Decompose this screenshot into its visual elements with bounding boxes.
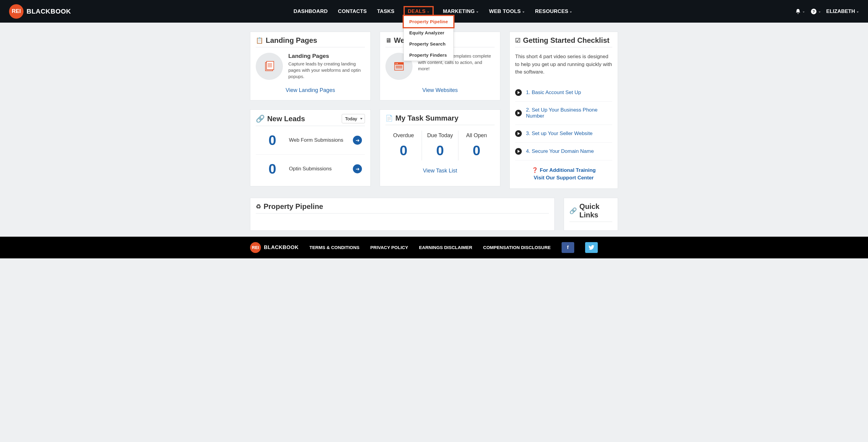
svg-text:?: ? bbox=[812, 9, 815, 13]
property-pipeline-card: ♻Property Pipeline bbox=[250, 198, 555, 231]
play-icon[interactable] bbox=[515, 130, 522, 137]
svg-point-10 bbox=[396, 63, 397, 64]
footer-earnings[interactable]: EARNINGS DISCLAIMER bbox=[419, 245, 472, 250]
chevron-down-icon: ⌄ bbox=[802, 9, 805, 13]
logo-badge: REI bbox=[9, 4, 24, 19]
lead-count: 0 bbox=[256, 132, 289, 148]
new-leads-card: 🔗New Leads Today 0 Web Form Submissions … bbox=[250, 109, 371, 186]
checklist-item: 3. Set up Your Seller Website bbox=[515, 125, 612, 143]
svg-rect-3 bbox=[267, 62, 274, 70]
top-nav: REI BLACKBOOK DASHBOARD CONTACTS TASKS D… bbox=[0, 0, 868, 23]
lead-row: 0 Optin Submissions ➜ bbox=[256, 155, 365, 183]
browser-icon: 🖥 bbox=[385, 37, 392, 44]
lead-label: Web Form Submissions bbox=[289, 137, 353, 144]
play-icon[interactable] bbox=[515, 89, 522, 96]
task-value: 0 bbox=[422, 142, 458, 159]
dropdown-property-finders[interactable]: Property Finders bbox=[404, 50, 453, 61]
footer-logo[interactable]: REI BLACKBOOK bbox=[250, 242, 299, 253]
checklist-item: 1. Basic Account Set Up bbox=[515, 84, 612, 102]
landing-desc: Capture leads by creating landing pages … bbox=[288, 61, 365, 80]
dropdown-equity-analyzer[interactable]: Equity Analyzer bbox=[404, 27, 453, 38]
play-icon[interactable] bbox=[515, 110, 522, 116]
task-value: 0 bbox=[459, 142, 495, 159]
topnav-right: ⌄ ?⌄ ELIZABETH⌄ bbox=[795, 8, 859, 15]
main-menu: DASHBOARD CONTACTS TASKS DEALS⌄ Property… bbox=[292, 6, 574, 17]
task-label: Due Today bbox=[422, 132, 458, 139]
footer-terms[interactable]: TERMS & CONDITIONS bbox=[309, 245, 360, 250]
clipboard-icon: 📋 bbox=[256, 37, 263, 44]
nav-label: DEALS bbox=[408, 8, 426, 14]
title-text: Getting Started Checklist bbox=[523, 36, 610, 44]
footer: REI BLACKBOOK TERMS & CONDITIONS PRIVACY… bbox=[0, 237, 868, 258]
task-overdue: Overdue 0 bbox=[385, 131, 422, 160]
title-text: My Task Summary bbox=[395, 114, 459, 122]
leads-filter-select[interactable]: Today bbox=[342, 114, 365, 123]
title-text: Quick Links bbox=[579, 202, 612, 219]
card-title: ♻Property Pipeline bbox=[256, 202, 549, 214]
checklist-link[interactable]: 4. Secure Your Domain Name bbox=[526, 148, 594, 154]
link-icon: 🔗 bbox=[569, 207, 577, 214]
landing-pages-card: 📋Landing Pages Landing Pages Capture lea… bbox=[250, 32, 371, 100]
support-link[interactable]: ❓For Additional Training Visit Our Suppo… bbox=[515, 166, 612, 182]
checklist-link[interactable]: 1. Basic Account Set Up bbox=[526, 90, 581, 96]
title-text: Property Pipeline bbox=[264, 202, 323, 211]
chevron-down-icon: ⌄ bbox=[569, 9, 572, 13]
task-label: Overdue bbox=[385, 132, 422, 139]
refresh-icon: ♻ bbox=[256, 203, 261, 210]
facebook-icon[interactable]: f bbox=[562, 242, 574, 253]
twitter-icon[interactable] bbox=[585, 242, 598, 253]
check-icon: ☑ bbox=[515, 37, 521, 44]
logo-badge: REI bbox=[250, 242, 261, 253]
nav-label: CONTACTS bbox=[338, 8, 367, 14]
nav-label: WEB TOOLS bbox=[489, 8, 521, 14]
help-icon[interactable]: ?⌄ bbox=[810, 8, 821, 15]
lead-label: Optin Submissions bbox=[289, 165, 353, 172]
nav-web-tools[interactable]: WEB TOOLS⌄ bbox=[488, 6, 526, 17]
play-icon[interactable] bbox=[515, 148, 522, 155]
task-value: 0 bbox=[385, 142, 422, 159]
view-landing-pages-link[interactable]: View Landing Pages bbox=[256, 87, 365, 93]
checklist-link[interactable]: 3. Set up Your Seller Website bbox=[526, 131, 593, 136]
nav-resources[interactable]: RESOURCES⌄ bbox=[534, 6, 574, 17]
lead-row: 0 Web Form Submissions ➜ bbox=[256, 126, 365, 155]
chevron-down-icon: ⌄ bbox=[856, 9, 859, 13]
quick-links-card: 🔗Quick Links bbox=[564, 198, 618, 231]
logo[interactable]: REI BLACKBOOK bbox=[9, 4, 71, 19]
username-text: ELIZABETH bbox=[826, 8, 855, 14]
nav-label: MARKETING bbox=[443, 8, 475, 14]
link-icon: 🔗 bbox=[256, 115, 265, 123]
checklist-link[interactable]: 2. Set Up Your Business Phone Number bbox=[526, 107, 612, 119]
card-title: ☑Getting Started Checklist bbox=[515, 36, 612, 48]
view-websites-link[interactable]: View Websites bbox=[385, 87, 495, 93]
task-due-today: Due Today 0 bbox=[422, 131, 459, 160]
nav-marketing[interactable]: MARKETING⌄ bbox=[441, 6, 480, 17]
view-task-list-link[interactable]: View Task List bbox=[385, 168, 495, 174]
checklist-item: 2. Set Up Your Business Phone Number bbox=[515, 102, 612, 125]
title-text: New Leads bbox=[267, 115, 305, 123]
lead-arrow-button[interactable]: ➜ bbox=[353, 164, 362, 173]
chevron-down-icon: ⌄ bbox=[522, 9, 525, 13]
logo-text: BLACKBOOK bbox=[264, 245, 299, 251]
lead-arrow-button[interactable]: ➜ bbox=[353, 136, 362, 145]
footer-compensation[interactable]: COMPENSATION DISCLOSURE bbox=[483, 245, 551, 250]
user-menu[interactable]: ELIZABETH⌄ bbox=[826, 8, 859, 14]
notifications-icon[interactable]: ⌄ bbox=[795, 8, 805, 14]
nav-label: RESOURCES bbox=[535, 8, 568, 14]
nav-contacts[interactable]: CONTACTS bbox=[337, 6, 368, 17]
checklist-card: ☑Getting Started Checklist This short 4 … bbox=[509, 32, 618, 189]
nav-label: DASHBOARD bbox=[293, 8, 328, 14]
card-title: 📄My Task Summary bbox=[385, 114, 495, 125]
nav-tasks[interactable]: TASKS bbox=[376, 6, 396, 17]
deals-dropdown: Property Pipeline Equity Analyzer Proper… bbox=[404, 16, 454, 61]
nav-label: TASKS bbox=[377, 8, 395, 14]
footer-privacy[interactable]: PRIVACY POLICY bbox=[370, 245, 408, 250]
support-text2: Visit Our Support Center bbox=[515, 174, 612, 182]
nav-deals[interactable]: DEALS⌄ Property Pipeline Equity Analyzer… bbox=[404, 6, 434, 17]
checklist-item: 4. Secure Your Domain Name bbox=[515, 143, 612, 160]
card-title: 🔗New Leads bbox=[256, 115, 305, 123]
card-title: 📋Landing Pages bbox=[256, 36, 365, 48]
svg-point-11 bbox=[397, 63, 398, 64]
support-text1: For Additional Training bbox=[540, 166, 596, 174]
nav-dashboard[interactable]: DASHBOARD bbox=[292, 6, 329, 17]
dropdown-property-search[interactable]: Property Search bbox=[404, 38, 453, 50]
